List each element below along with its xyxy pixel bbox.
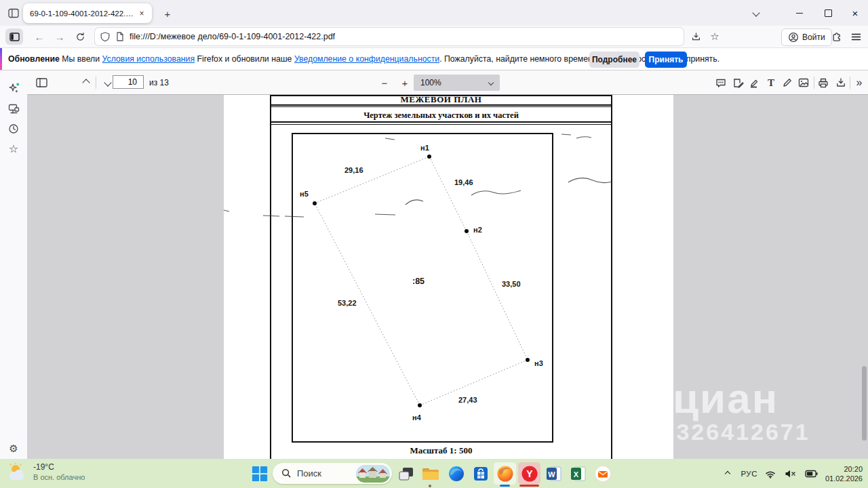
edge-button[interactable] — [445, 462, 467, 485]
tray-chevron-up-icon[interactable] — [721, 467, 734, 481]
sidebar-settings-gear-icon[interactable]: ⚙ — [5, 441, 22, 457]
tab-list-chevron-icon[interactable] — [747, 5, 766, 21]
task-view-button[interactable] — [395, 462, 417, 485]
highlighter-tool-icon[interactable] — [746, 74, 764, 92]
details-button[interactable]: Подробнее — [589, 52, 639, 68]
search-label: Поиск — [297, 468, 356, 479]
back-button[interactable]: ← — [30, 28, 49, 45]
firefox-sidebar: ☆ ⚙ — [0, 70, 27, 459]
firefox-view-button[interactable] — [5, 5, 22, 21]
print-icon[interactable] — [814, 74, 832, 92]
signature-tool-icon[interactable] — [730, 74, 747, 92]
page-count-label: из 13 — [149, 70, 169, 95]
window-close-button[interactable]: × — [845, 4, 865, 22]
page-number-input[interactable] — [113, 75, 144, 89]
history-clock-icon[interactable] — [5, 121, 22, 137]
svg-text:Y: Y — [526, 468, 533, 479]
scale-label: Масштаб 1: 500 — [270, 445, 612, 456]
pdf-toolbar: из 13 − + 100% T » — [27, 70, 868, 95]
weather-condition: В осн. облачно — [33, 472, 85, 482]
draw-pen-icon[interactable] — [778, 74, 796, 92]
page-proxy-icon — [116, 32, 124, 41]
pdf-page: МЕЖЕВОЙ ПЛАН Чертеж земельных участков и… — [224, 95, 673, 459]
weather-icon — [7, 463, 28, 482]
desktop: 69-0-1-109-4001-2012-422.pdf × + × ← → f… — [0, 0, 868, 488]
insert-image-icon[interactable] — [795, 74, 812, 92]
language-indicator[interactable]: РУС — [741, 470, 757, 478]
scan-artifacts — [224, 95, 673, 459]
window-maximize-button[interactable] — [818, 4, 838, 22]
new-tab-button[interactable]: + — [159, 5, 176, 22]
wifi-icon[interactable] — [764, 467, 777, 481]
zoom-out-button[interactable]: − — [376, 74, 393, 92]
search-highlight-image — [356, 465, 390, 483]
taskbar: -19°C В осн. облачно Поиск — [0, 459, 868, 488]
tray-time: 20:20 — [825, 464, 863, 474]
tray-date: 01.02.2026 — [825, 474, 863, 483]
volume-muted-icon[interactable] — [783, 467, 798, 481]
terms-link[interactable]: Условия использования — [102, 54, 195, 64]
weather-widget[interactable]: -19°C В осн. облачно — [7, 462, 85, 482]
tab-title: 69-0-1-109-4001-2012-422.pdf — [30, 9, 136, 18]
update-notification-bar: Обновление Мы ввели Условия использовани… — [0, 47, 868, 70]
reload-button[interactable] — [71, 28, 90, 45]
firefox-active-indicator — [500, 485, 510, 487]
svg-text:X: X — [573, 470, 578, 479]
url-bar[interactable]: file:///D:/межевое дело/69-0-1-109-4001-… — [95, 28, 684, 45]
start-button[interactable] — [248, 462, 271, 485]
mail-button[interactable] — [591, 462, 614, 485]
zoom-value: 100% — [420, 78, 441, 87]
tab-close-icon[interactable]: × — [136, 7, 148, 20]
save-download-icon[interactable] — [832, 74, 850, 92]
excel-button[interactable]: X — [567, 462, 589, 485]
firefox-button[interactable] — [494, 462, 516, 485]
sidebar-toggle-button[interactable] — [5, 28, 23, 45]
notification-accent — [0, 48, 2, 70]
extensions-puzzle-icon[interactable] — [827, 28, 846, 45]
weather-temperature: -19°C — [33, 462, 85, 472]
notification-bold-prefix: Обновление — [8, 54, 60, 64]
pdf-viewer[interactable]: МЕЖЕВОЙ ПЛАН Чертеж земельных участков и… — [27, 95, 868, 459]
browser-tab[interactable]: 69-0-1-109-4001-2012-422.pdf × — [23, 3, 152, 23]
pdf-sidebar-toggle-icon[interactable] — [33, 74, 50, 92]
word-button[interactable]: W — [542, 462, 565, 485]
clock[interactable]: 20:20 01.02.2026 — [825, 464, 863, 483]
microsoft-store-button[interactable] — [469, 462, 492, 485]
browser-tab-bar: 69-0-1-109-4001-2012-422.pdf × + × — [0, 0, 868, 26]
previous-page-button[interactable] — [77, 74, 95, 92]
search-icon — [281, 468, 292, 479]
shield-icon — [100, 32, 110, 42]
svg-text:W: W — [548, 470, 555, 479]
windows-logo-icon — [252, 466, 268, 482]
ai-chat-sparkle-icon[interactable] — [5, 80, 22, 96]
privacy-link[interactable]: Уведомление о конфиденциальности — [294, 54, 439, 64]
bookmark-star-icon[interactable]: ☆ — [705, 28, 724, 45]
taskbar-search[interactable]: Поиск — [273, 463, 392, 484]
file-explorer-button[interactable] — [419, 462, 441, 485]
explorer-running-indicator — [429, 485, 431, 487]
watermark-brand: циан — [673, 374, 778, 422]
zoom-select-chevron-icon — [488, 80, 494, 85]
downloads-button[interactable] — [686, 28, 705, 45]
bookmarks-sidebar-star-icon[interactable]: ☆ — [5, 140, 22, 157]
viewer-scrollbar[interactable] — [861, 95, 867, 459]
signin-button[interactable]: Войти — [781, 28, 832, 46]
more-tools-icon[interactable]: » — [850, 74, 868, 92]
zoom-select[interactable]: 100% — [414, 75, 500, 91]
account-icon — [788, 32, 799, 43]
window-minimize-button[interactable] — [789, 4, 810, 22]
signin-label: Войти — [802, 33, 825, 42]
annotation-comment-icon[interactable] — [712, 74, 730, 92]
yandex-active-indicator — [519, 485, 539, 487]
scrollbar-thumb[interactable] — [862, 366, 867, 441]
synced-tabs-icon[interactable] — [5, 100, 22, 117]
system-tray: РУС 20:20 01.02.2026 — [721, 459, 868, 488]
text-tool-icon[interactable]: T — [762, 74, 780, 92]
accept-button[interactable]: Принять — [645, 52, 687, 68]
zoom-in-button[interactable]: + — [396, 74, 414, 92]
battery-icon[interactable] — [804, 467, 819, 481]
menu-hamburger-icon[interactable] — [846, 28, 865, 45]
yandex-browser-button[interactable]: Y — [518, 462, 540, 485]
forward-button[interactable]: → — [50, 28, 69, 45]
browser-nav-bar: ← → file:///D:/межевое дело/69-0-1-109-4… — [0, 26, 868, 47]
